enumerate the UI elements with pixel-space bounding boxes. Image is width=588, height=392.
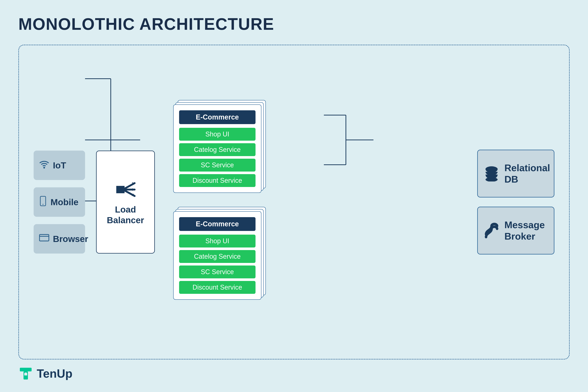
broker-icon bbox=[483, 222, 500, 239]
svg-rect-20 bbox=[116, 186, 125, 193]
catelog-service-1: Catelog Service bbox=[179, 143, 256, 156]
discount-service-1: Discount Service bbox=[179, 174, 256, 187]
browser-icon bbox=[39, 233, 49, 244]
instance-card-1: E-Commerce Shop UI Catelog Service SC Se… bbox=[173, 104, 261, 193]
page-wrapper: MONOLOTHIC ARCHITECTURE IoT bbox=[0, 0, 588, 392]
clients-group: IoT Mobile bbox=[34, 150, 85, 254]
message-broker-label: Message Broker bbox=[504, 219, 548, 242]
client-iot: IoT bbox=[34, 150, 85, 180]
diagram-container: IoT Mobile bbox=[18, 45, 570, 360]
tenup-logo-icon bbox=[18, 366, 33, 381]
iot-label: IoT bbox=[53, 160, 66, 170]
lb-label: LoadBalancer bbox=[107, 204, 144, 226]
discount-service-2: Discount Service bbox=[179, 281, 256, 294]
shop-ui-1: Shop UI bbox=[179, 128, 256, 141]
svg-rect-30 bbox=[20, 368, 31, 372]
client-mobile: Mobile bbox=[34, 187, 85, 217]
sc-service-2: SC Service bbox=[179, 266, 256, 278]
svg-rect-3 bbox=[39, 234, 49, 241]
mobile-icon bbox=[39, 196, 47, 208]
svg-point-28 bbox=[486, 178, 498, 182]
diagram-inner: IoT Mobile bbox=[34, 56, 554, 348]
relational-db-label: Relational DB bbox=[504, 162, 550, 185]
logo-text: TenUp bbox=[37, 367, 72, 380]
instance-stack-2: E-Commerce Shop UI Catelog Service SC Se… bbox=[173, 211, 261, 300]
database-icon bbox=[483, 165, 500, 182]
wifi-icon bbox=[39, 159, 49, 172]
client-browser: Browser bbox=[34, 224, 85, 254]
message-broker-box: Message Broker bbox=[477, 207, 554, 254]
catelog-service-2: Catelog Service bbox=[179, 250, 256, 263]
svg-point-0 bbox=[44, 167, 45, 168]
svg-rect-33 bbox=[24, 376, 27, 378]
instances-section: E-Commerce Shop UI Catelog Service SC Se… bbox=[173, 104, 261, 300]
mobile-label: Mobile bbox=[50, 197, 78, 207]
page-title: MONOLOTHIC ARCHITECTURE bbox=[18, 15, 570, 34]
lb-icon bbox=[113, 178, 137, 200]
load-balancer-box: LoadBalancer bbox=[96, 150, 155, 254]
ecommerce-header-2: E-Commerce bbox=[179, 217, 256, 231]
sc-service-1: SC Service bbox=[179, 159, 256, 172]
instance-stack-1: E-Commerce Shop UI Catelog Service SC Se… bbox=[173, 104, 261, 193]
relational-db-box: Relational DB bbox=[477, 150, 554, 198]
ecommerce-header-1: E-Commerce bbox=[179, 110, 256, 124]
shop-ui-2: Shop UI bbox=[179, 234, 256, 248]
instance-card-2: E-Commerce Shop UI Catelog Service SC Se… bbox=[173, 211, 261, 300]
logo-section: TenUp bbox=[18, 366, 72, 381]
browser-label: Browser bbox=[53, 234, 88, 244]
right-section: Relational DB Message Broker bbox=[477, 150, 554, 254]
